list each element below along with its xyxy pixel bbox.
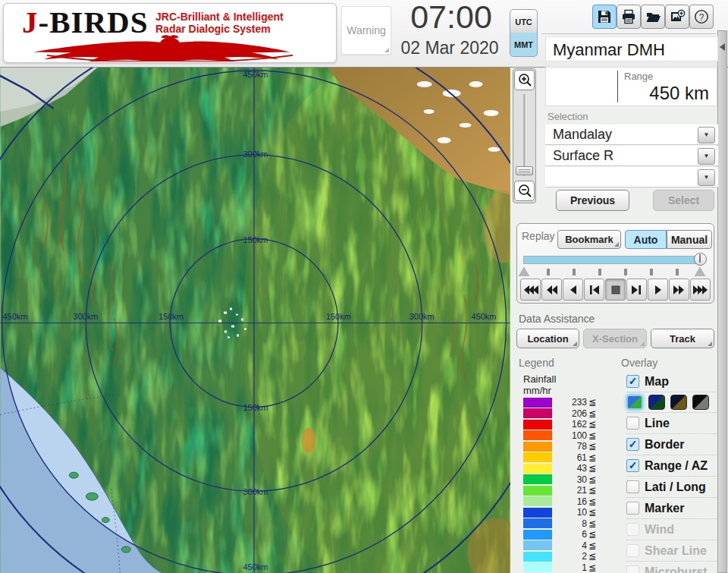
checkbox[interactable]: ✓: [626, 438, 639, 451]
auto-mode-button[interactable]: Auto: [625, 230, 667, 249]
warning-button[interactable]: Warning: [341, 6, 391, 55]
rewind-button[interactable]: [541, 279, 562, 301]
zoom-in-icon: [517, 73, 532, 88]
less-equal-symbol: ≦: [588, 518, 596, 529]
chevron-down-icon[interactable]: ▼: [698, 148, 715, 165]
legend-value: 6: [552, 529, 587, 540]
legend-row: 233 ≦: [523, 397, 608, 408]
x-section-button[interactable]: X-Section: [583, 329, 647, 348]
slider-tick: [624, 269, 627, 275]
play-backward-button[interactable]: [563, 279, 583, 301]
stop-button[interactable]: [605, 279, 626, 301]
previous-button[interactable]: Previous: [556, 190, 629, 211]
legend-color-swatch: [523, 430, 552, 440]
checkbox[interactable]: [626, 417, 639, 430]
product-dropdown[interactable]: Surface R ▼: [545, 146, 718, 166]
legend-row: 10 ≦: [523, 507, 608, 518]
forward-fast-button[interactable]: [690, 279, 711, 301]
checkbox[interactable]: [626, 523, 639, 536]
legend-row: 8 ≦: [523, 518, 608, 530]
save-icon: [596, 8, 613, 25]
eagle-icon: [13, 34, 327, 61]
corner-triangle-icon: [640, 342, 645, 346]
step-backward-button[interactable]: [584, 279, 604, 301]
overlay-item[interactable]: Marker: [626, 497, 717, 518]
checkbox[interactable]: [626, 502, 639, 515]
radar-map[interactable]: 450km300km150km150km300km450km450km300km…: [0, 67, 510, 573]
step-forward-icon: [632, 285, 642, 294]
rewind-fast-button[interactable]: [520, 279, 541, 301]
site-dropdown-value: Mandalay: [553, 127, 612, 143]
overlay-item[interactable]: Line: [626, 412, 717, 433]
legend-value: 21: [552, 485, 587, 496]
legend-row: 4 ≦: [523, 540, 608, 552]
checkbox[interactable]: [626, 565, 639, 573]
open-folder-button[interactable]: [641, 5, 665, 29]
legend-row: 30 ≦: [523, 474, 608, 486]
less-equal-symbol: ≦: [588, 408, 596, 419]
chevron-down-icon[interactable]: ▼: [698, 169, 715, 186]
panel-collapse-bar[interactable]: [717, 30, 727, 573]
map-style-swatch[interactable]: [626, 395, 643, 410]
legend-color-swatch: [523, 552, 552, 562]
legend-value: 10: [552, 507, 587, 518]
data-assistance-label: Data Assistance: [519, 313, 595, 325]
slider-range-marker-left[interactable]: [519, 267, 529, 276]
map-style-swatch[interactable]: [648, 395, 665, 410]
legend-value: 1: [552, 562, 587, 573]
checkbox[interactable]: ✓: [626, 459, 639, 472]
legend-value: 43: [552, 463, 587, 474]
overlay-item: Microburst: [626, 561, 717, 573]
legend-color-swatch: [523, 408, 552, 418]
corner-triangle-icon: [614, 242, 619, 247]
location-button[interactable]: Location: [516, 329, 579, 348]
bookmark-button[interactable]: Bookmark: [557, 230, 621, 249]
legend-color-swatch: [523, 508, 552, 518]
save-button[interactable]: [592, 5, 617, 29]
chevron-down-icon[interactable]: ▼: [698, 127, 715, 143]
overlay-item[interactable]: ✓ Map: [626, 371, 717, 392]
zoom-in-button[interactable]: [514, 70, 535, 90]
overlay-item[interactable]: ✓ Border: [626, 433, 717, 455]
add-image-button[interactable]: [665, 5, 689, 29]
print-button[interactable]: [617, 5, 641, 29]
overlay-item[interactable]: Lati / Long: [626, 476, 717, 497]
replay-slider-thumb[interactable]: [694, 253, 707, 266]
less-equal-symbol: ≦: [588, 419, 596, 430]
track-button[interactable]: Track: [651, 329, 714, 348]
select-button[interactable]: Select: [653, 190, 714, 211]
slider-range-marker-right[interactable]: [695, 267, 705, 276]
help-icon: ?: [693, 8, 710, 25]
map-style-swatch[interactable]: [692, 395, 709, 410]
legend-color-swatch: [523, 540, 552, 550]
less-equal-symbol: ≦: [588, 551, 596, 562]
selection-label: Selection: [548, 111, 588, 122]
checkbox[interactable]: ✓: [626, 375, 639, 388]
legend-value: 8: [552, 518, 587, 529]
replay-slider-track[interactable]: [523, 256, 703, 264]
range-ring-label: 450km: [243, 562, 268, 571]
zoom-out-button[interactable]: [514, 181, 535, 201]
range-label: Range: [624, 71, 709, 82]
timezone-mmt-button[interactable]: MMT: [510, 33, 538, 57]
map-style-swatch[interactable]: [670, 395, 687, 410]
site-dropdown[interactable]: Mandalay ▼: [545, 124, 718, 145]
terrain-map-image[interactable]: 450km300km150km150km300km450km450km300km…: [0, 68, 510, 573]
checkbox[interactable]: [626, 544, 639, 557]
open-folder-icon: [645, 8, 661, 25]
overlay-label: Overlay: [621, 357, 657, 369]
overlay-item[interactable]: ✓ Range / AZ: [626, 455, 717, 476]
forward-button[interactable]: [669, 279, 689, 301]
zoom-slider-thumb[interactable]: [516, 166, 533, 175]
less-equal-symbol: ≦: [588, 529, 596, 540]
play-forward-button[interactable]: [648, 279, 668, 301]
zoom-slider-track[interactable]: [523, 94, 526, 176]
help-button[interactable]: ?: [689, 5, 714, 29]
rainfall-color-scale: 233 ≦ 206 ≦ 162 ≦ 100 ≦ 78 ≦ 61 ≦ 43 ≦ 3…: [523, 397, 608, 573]
timezone-utc-button[interactable]: UTC: [510, 9, 538, 34]
checkbox[interactable]: [626, 480, 639, 493]
manual-mode-button[interactable]: Manual: [667, 230, 712, 249]
option-dropdown[interactable]: ▼: [545, 167, 718, 187]
step-forward-button[interactable]: [626, 279, 647, 301]
overlay-item-label: Line: [645, 417, 670, 430]
